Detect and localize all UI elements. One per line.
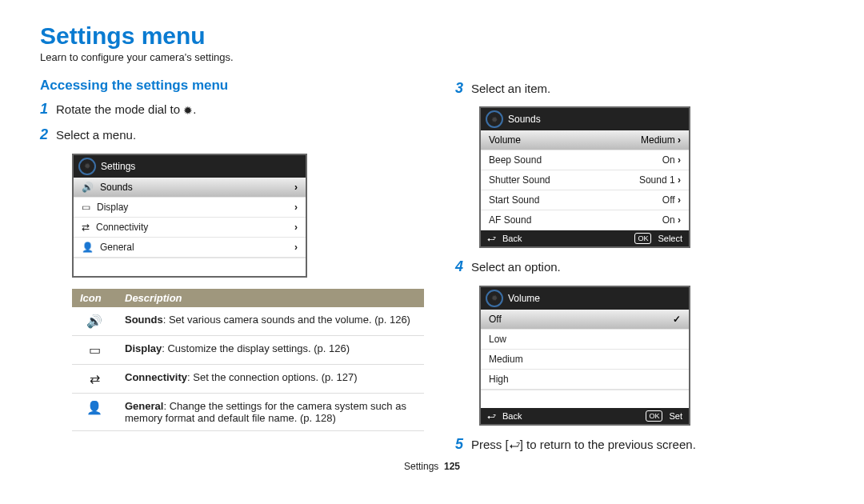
cam-title: Settings bbox=[101, 161, 135, 172]
set-label: Set bbox=[669, 411, 682, 421]
row-desc: : Set the connection options. (p. 127) bbox=[187, 371, 357, 383]
cam-row-volume[interactable]: Volume Medium › bbox=[481, 130, 689, 150]
cam-row-general[interactable]: 👤General › bbox=[74, 238, 306, 258]
mode-gear-icon bbox=[486, 110, 503, 128]
display-icon: ▭ bbox=[82, 202, 90, 213]
step-1-text-post: . bbox=[193, 102, 196, 116]
camera-screenshot-volume: Volume Off Low Medium High ⮐Back bbox=[479, 286, 690, 426]
mode-gear-icon bbox=[486, 290, 503, 307]
table-row: 👤 General: Change the settings for the c… bbox=[72, 393, 424, 430]
back-icon: ⮐ bbox=[487, 411, 496, 421]
table-row: ⇄ Connectivity: Set the connection optio… bbox=[72, 364, 424, 393]
cam-footer: ⮐Back OKSelect bbox=[481, 230, 689, 246]
cam-row-label: Medium bbox=[489, 354, 523, 365]
chevron-right-icon: › bbox=[294, 182, 298, 193]
row-name: General bbox=[125, 400, 163, 412]
left-column: Accessing the settings menu 1 Rotate the… bbox=[40, 78, 409, 462]
cam-row-display[interactable]: ▭Display › bbox=[74, 198, 306, 218]
person-icon: 👤 bbox=[82, 242, 94, 253]
cam-row-value: Medium bbox=[641, 134, 675, 146]
row-desc: : Change the settings for the camera sys… bbox=[125, 400, 406, 424]
cam-row-label: Low bbox=[489, 334, 506, 345]
chevron-right-icon: › bbox=[678, 214, 681, 226]
cam-row-sounds[interactable]: 🔊Sounds › bbox=[74, 178, 306, 198]
row-name: Display bbox=[125, 342, 162, 354]
cam-row-medium[interactable]: Medium bbox=[481, 350, 689, 370]
step-1: 1 Rotate the mode dial to ✹. bbox=[40, 102, 409, 118]
mode-gear-icon bbox=[78, 158, 96, 175]
speaker-icon: 🔊 bbox=[82, 182, 94, 193]
connectivity-icon: ⇄ bbox=[82, 222, 90, 233]
step-5-text-post: ] to return to the previous screen. bbox=[520, 438, 696, 451]
cam-row-high[interactable]: High bbox=[481, 370, 689, 390]
back-label: Back bbox=[502, 234, 522, 243]
cam-row-af[interactable]: AF Sound On › bbox=[481, 210, 689, 230]
step-number: 4 bbox=[455, 259, 471, 275]
description-table: Icon Description 🔊 Sounds: Set various c… bbox=[72, 289, 424, 431]
camera-screenshot-sounds: Sounds Volume Medium › Beep Sound On › S… bbox=[479, 106, 690, 248]
cam-row-off[interactable]: Off bbox=[481, 310, 689, 330]
row-name: Sounds bbox=[125, 314, 163, 326]
step-3-text: Select an item. bbox=[471, 81, 824, 97]
cam-row-label: Beep Sound bbox=[489, 154, 542, 166]
th-description: Description bbox=[117, 289, 424, 307]
chevron-right-icon: › bbox=[678, 174, 681, 186]
chevron-right-icon: › bbox=[678, 194, 681, 206]
chevron-right-icon: › bbox=[294, 202, 298, 213]
ok-badge: OK bbox=[646, 410, 662, 422]
cam-row-connectivity[interactable]: ⇄Connectivity › bbox=[74, 218, 306, 238]
cam-row-beep[interactable]: Beep Sound On › bbox=[481, 150, 689, 170]
cam-row-label: Shutter Sound bbox=[489, 174, 550, 186]
back-icon: ⮐ bbox=[487, 234, 496, 243]
table-row: ▭ Display: Customize the display setting… bbox=[72, 335, 424, 364]
cam-header: Sounds bbox=[481, 108, 689, 130]
select-label: Select bbox=[658, 234, 682, 243]
speaker-icon: 🔊 bbox=[72, 307, 117, 336]
cam-row-value: On bbox=[662, 154, 675, 166]
cam-row-label: Off bbox=[489, 314, 502, 325]
page-number: 125 bbox=[444, 461, 460, 472]
cam-row-label: Display bbox=[97, 202, 128, 213]
step-2: 2 Select a menu. bbox=[40, 127, 409, 143]
step-4: 4 Select an option. bbox=[455, 259, 824, 275]
step-number: 2 bbox=[40, 127, 56, 143]
chevron-right-icon: › bbox=[678, 134, 681, 146]
footer-section: Settings bbox=[404, 461, 438, 472]
page-footer: Settings 125 bbox=[0, 461, 864, 472]
row-desc: : Set various camera sounds and the volu… bbox=[163, 314, 410, 326]
cam-title: Sounds bbox=[508, 114, 541, 125]
th-icon: Icon bbox=[72, 289, 117, 307]
step-number: 1 bbox=[40, 102, 56, 118]
step-5: 5 Press [⮐] to return to the previous sc… bbox=[455, 437, 824, 453]
step-number: 5 bbox=[455, 437, 471, 453]
ok-badge: OK bbox=[634, 233, 651, 244]
step-4-text: Select an option. bbox=[471, 259, 824, 275]
cam-header: Volume bbox=[481, 287, 689, 310]
cam-row-start[interactable]: Start Sound Off › bbox=[481, 190, 689, 210]
right-column: 3 Select an item. Sounds Volume Medium ›… bbox=[455, 78, 824, 462]
page-subtitle: Learn to configure your camera's setting… bbox=[40, 51, 824, 63]
step-1-text-pre: Rotate the mode dial to bbox=[56, 102, 183, 116]
display-icon: ▭ bbox=[72, 335, 117, 364]
step-number: 3 bbox=[455, 81, 471, 97]
cam-row-label: High bbox=[489, 374, 509, 385]
person-icon: 👤 bbox=[72, 393, 117, 430]
cam-row-label: Volume bbox=[489, 134, 521, 146]
cam-row-low[interactable]: Low bbox=[481, 330, 689, 350]
step-2-text: Select a menu. bbox=[56, 127, 409, 143]
cam-row-label: AF Sound bbox=[489, 214, 531, 226]
row-desc: : Customize the display settings. (p. 12… bbox=[162, 342, 350, 354]
cam-row-label: Start Sound bbox=[489, 194, 539, 206]
cam-row-value: Off bbox=[662, 194, 675, 206]
cam-footer: ⮐Back OKSet bbox=[481, 408, 689, 424]
step-5-text-pre: Press [ bbox=[471, 438, 509, 451]
section-heading: Accessing the settings menu bbox=[40, 78, 409, 94]
cam-header: Settings bbox=[74, 155, 306, 178]
cam-row-label: Sounds bbox=[100, 182, 133, 193]
cam-row-shutter[interactable]: Shutter Sound Sound 1 › bbox=[481, 170, 689, 190]
connectivity-icon: ⇄ bbox=[72, 364, 117, 393]
cam-row-label: General bbox=[100, 242, 134, 253]
back-icon: ⮐ bbox=[509, 438, 520, 453]
cam-row-value: On bbox=[662, 214, 675, 226]
cam-title: Volume bbox=[508, 293, 540, 304]
